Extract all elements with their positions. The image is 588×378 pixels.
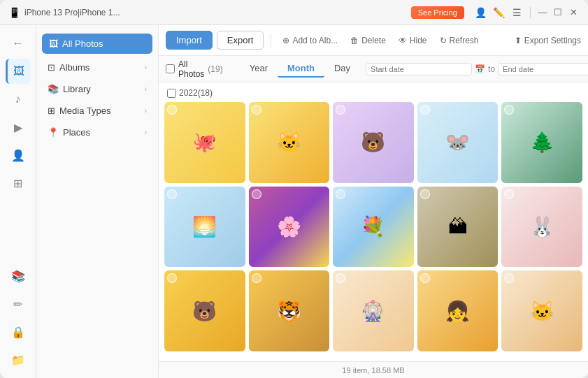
sidebar: 🖼 All Photos ⊡ Albums › 📚 Library › ⊞	[36, 25, 159, 378]
title-divider	[530, 7, 531, 18]
photo-thumb-15[interactable]: 🐱	[501, 270, 582, 351]
albums-icon: ⊡	[48, 62, 55, 73]
iconbar-files[interactable]: 📁	[6, 347, 31, 372]
library-label: Library	[63, 84, 91, 94]
import-button[interactable]: Import	[166, 31, 213, 50]
library-icon: 📚	[48, 84, 59, 94]
phone-icon: 📱	[8, 7, 20, 18]
photo-grid: 🐙 🐱 🐻 🐭	[164, 102, 582, 351]
to-label: to	[488, 64, 495, 74]
photo-check-1	[167, 105, 177, 115]
iconbar-video[interactable]: ▶	[6, 115, 31, 140]
photo-thumb-9[interactable]: 🏔	[417, 187, 499, 268]
edit-icon-button[interactable]: ✏️	[491, 5, 506, 20]
status-bar: 19 item, 18.58 MB	[159, 361, 588, 378]
date-range: 📅 to 📅	[366, 63, 588, 75]
photo-thumb-2[interactable]: 🐱	[249, 102, 330, 183]
tab-day[interactable]: Day	[324, 60, 360, 78]
title-bar: 📱 iPhone 13 Pro|iPhone 1... See Pricing …	[0, 0, 588, 25]
all-photos-icon: 🖼	[49, 38, 58, 49]
media-types-chevron: ›	[145, 107, 147, 115]
main-window: 📱 iPhone 13 Pro|iPhone 1... See Pricing …	[0, 0, 588, 378]
content-area: Import Export ⊕ Add to Alb... 🗑 Delete 👁…	[159, 25, 588, 378]
year-checkbox[interactable]	[167, 89, 176, 98]
maximize-button[interactable]: ☐	[552, 6, 564, 19]
places-chevron: ›	[145, 129, 147, 136]
photo-thumb-14[interactable]: 👧	[417, 270, 499, 351]
photo-check-7	[252, 189, 261, 199]
photo-thumb-5[interactable]: 🌲	[501, 102, 582, 183]
places-label: Places	[63, 127, 90, 138]
all-photos-checkbox[interactable]	[166, 64, 175, 73]
minimize-button[interactable]: —	[536, 6, 549, 19]
iconbar-back[interactable]: ←	[6, 31, 31, 56]
refresh-icon: ↻	[440, 36, 447, 45]
filter-bar: All Photos (19) Year Month Day 📅 to 📅	[159, 56, 588, 82]
photo-thumb-13[interactable]: 🎡	[333, 270, 414, 351]
export-button[interactable]: Export	[217, 31, 264, 50]
sidebar-item-library[interactable]: 📚 Library ›	[39, 79, 155, 99]
photo-check-2	[252, 105, 261, 115]
media-types-label: Media Types	[59, 106, 110, 116]
status-text: 19 item, 18.58 MB	[342, 366, 404, 375]
all-photos-label: All Photos	[62, 38, 103, 49]
delete-action[interactable]: 🗑 Delete	[346, 33, 390, 48]
iconbar-contacts[interactable]: 👤	[6, 143, 31, 168]
icon-bar: ← 🖼 ♪ ▶ 👤 ⊞ 📚 ✏ 🔒 📁	[0, 25, 36, 378]
all-photos-checkbox-wrap: All Photos (19)	[166, 59, 223, 79]
photo-check-6	[167, 189, 177, 199]
iconbar-music[interactable]: ♪	[6, 87, 31, 112]
sidebar-item-media-types[interactable]: ⊞ Media Types ›	[39, 101, 155, 121]
photo-thumb-6[interactable]: 🌅	[164, 187, 245, 268]
export-settings-button[interactable]: ⬆ Export Settings	[515, 36, 581, 45]
photo-thumb-3[interactable]: 🐻	[333, 102, 414, 183]
photo-thumb-4[interactable]: 🐭	[417, 102, 499, 183]
toolbar-sep-1	[271, 34, 271, 48]
photo-thumb-12[interactable]: 🐯	[249, 270, 330, 351]
user-icon-button[interactable]: 👤	[473, 5, 488, 20]
sidebar-item-albums[interactable]: ⊡ Albums ›	[39, 57, 155, 78]
iconbar-tools[interactable]: ✏	[6, 291, 31, 317]
photo-check-8	[336, 189, 345, 199]
photo-thumb-7[interactable]: 🌸	[249, 187, 330, 268]
sidebar-all-photos[interactable]: 🖼 All Photos	[42, 34, 152, 54]
toolbar: Import Export ⊕ Add to Alb... 🗑 Delete 👁…	[159, 25, 588, 56]
close-button[interactable]: ✕	[567, 6, 580, 19]
albums-chevron: ›	[145, 64, 147, 71]
end-date-input[interactable]	[498, 63, 588, 75]
photo-area: 2022(18) 🐙 🐱 🐻	[159, 82, 588, 361]
see-pricing-button[interactable]: See Pricing	[411, 6, 464, 19]
start-date-input[interactable]	[366, 63, 472, 75]
sidebar-item-places[interactable]: 📍 Places ›	[39, 122, 155, 143]
photo-thumb-1[interactable]: 🐙	[164, 102, 245, 183]
photo-thumb-11[interactable]: 🐻	[164, 270, 245, 351]
add-icon: ⊕	[282, 36, 289, 45]
add-to-album-action[interactable]: ⊕ Add to Alb...	[278, 33, 342, 48]
library-chevron: ›	[145, 85, 147, 93]
photo-thumb-8[interactable]: 💐	[333, 187, 414, 268]
iconbar-photos[interactable]: 🖼	[6, 59, 31, 84]
window-title: iPhone 13 Pro|iPhone 1...	[24, 8, 120, 17]
all-photos-filter-label: All Photos	[178, 59, 204, 79]
refresh-action[interactable]: ↻ Refresh	[436, 33, 483, 48]
media-types-icon: ⊞	[48, 106, 55, 116]
hide-action[interactable]: 👁 Hide	[394, 33, 431, 48]
title-bar-left: 📱 iPhone 13 Pro|iPhone 1...	[8, 7, 120, 18]
tab-month[interactable]: Month	[278, 60, 324, 78]
photo-check-4	[420, 105, 430, 115]
year-label: 2022(18)	[164, 87, 582, 99]
title-bar-right: See Pricing 👤 ✏️ ☰ — ☐ ✕	[411, 5, 580, 20]
photo-thumb-10[interactable]: 🐰	[501, 187, 582, 268]
places-icon: 📍	[48, 127, 59, 138]
year-group-2022: 2022(18) 🐙 🐱 🐻	[164, 87, 582, 351]
export-settings-icon: ⬆	[515, 36, 522, 45]
hide-icon: 👁	[399, 36, 407, 45]
tab-year[interactable]: Year	[240, 60, 278, 78]
iconbar-apps[interactable]: ⊞	[6, 170, 31, 196]
iconbar-books[interactable]: 📚	[6, 263, 31, 289]
albums-label: Albums	[59, 62, 89, 73]
start-date-calendar-icon[interactable]: 📅	[475, 64, 485, 74]
menu-icon-button[interactable]: ☰	[509, 5, 524, 20]
photo-check-10	[504, 189, 514, 199]
iconbar-security[interactable]: 🔒	[6, 319, 31, 344]
